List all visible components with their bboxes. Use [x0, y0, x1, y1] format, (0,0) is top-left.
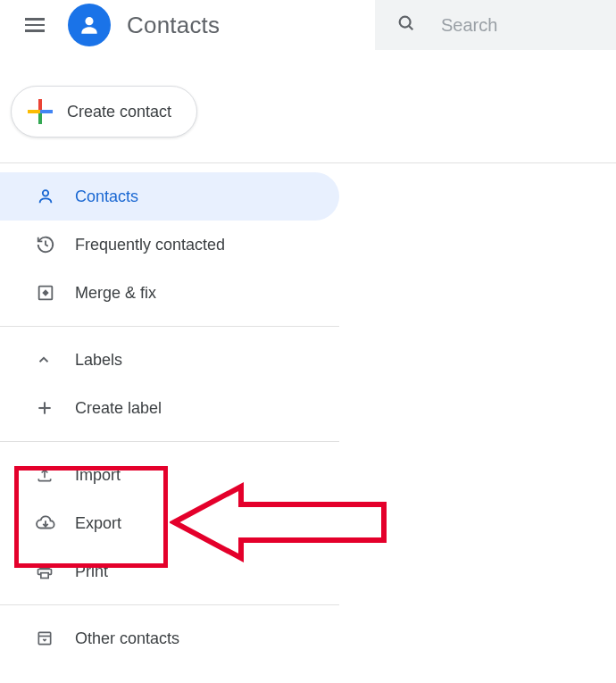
divider [0, 441, 339, 442]
nav-frequently-contacted[interactable]: Frequently contacted [0, 221, 339, 269]
nav-create-label[interactable]: Create label [0, 384, 339, 432]
plus-small-icon [36, 399, 75, 417]
nav-other-contacts[interactable]: Other contacts [0, 614, 339, 662]
search-placeholder: Search [441, 15, 497, 36]
archive-icon [36, 629, 75, 647]
history-icon [36, 235, 75, 254]
divider [0, 162, 616, 163]
nav-labels-label: Labels [75, 351, 122, 370]
nav-export[interactable]: Export [0, 499, 339, 547]
svg-point-0 [85, 17, 93, 25]
merge-icon [36, 283, 75, 303]
svg-rect-12 [38, 632, 50, 644]
search-icon [396, 13, 416, 37]
print-icon [36, 562, 75, 580]
create-contact-label: Create contact [67, 103, 171, 121]
nav-print-label: Print [75, 562, 108, 581]
divider [0, 326, 339, 327]
nav-import[interactable]: Import [0, 451, 339, 499]
app-logo-icon [68, 4, 111, 46]
chevron-up-icon [36, 352, 75, 368]
svg-rect-10 [40, 565, 49, 569]
nav-create-label-label: Create label [75, 399, 162, 418]
svg-rect-11 [41, 573, 48, 579]
create-contact-button[interactable]: Create contact [11, 86, 197, 137]
nav-other-label: Other contacts [75, 629, 179, 648]
nav-labels-header[interactable]: Labels [0, 336, 339, 384]
nav-contacts-label: Contacts [75, 187, 138, 206]
svg-line-2 [409, 26, 412, 29]
nav-frequently-label: Frequently contacted [75, 236, 225, 254]
nav-merge-fix[interactable]: Merge & fix [0, 269, 339, 317]
search-box[interactable]: Search [375, 0, 616, 50]
svg-point-3 [43, 190, 48, 196]
upload-icon [36, 466, 75, 484]
plus-icon [28, 99, 53, 124]
nav-merge-label: Merge & fix [75, 284, 156, 303]
nav-import-label: Import [75, 466, 121, 485]
menu-icon[interactable] [25, 14, 46, 36]
app-title: Contacts [127, 12, 220, 39]
person-icon [36, 187, 75, 206]
nav-print[interactable]: Print [0, 547, 339, 596]
nav-export-label: Export [75, 514, 121, 533]
svg-marker-5 [42, 289, 48, 296]
divider [0, 604, 339, 605]
nav-contacts[interactable]: Contacts [0, 172, 339, 221]
cloud-download-icon [36, 513, 75, 533]
svg-point-1 [400, 17, 411, 28]
